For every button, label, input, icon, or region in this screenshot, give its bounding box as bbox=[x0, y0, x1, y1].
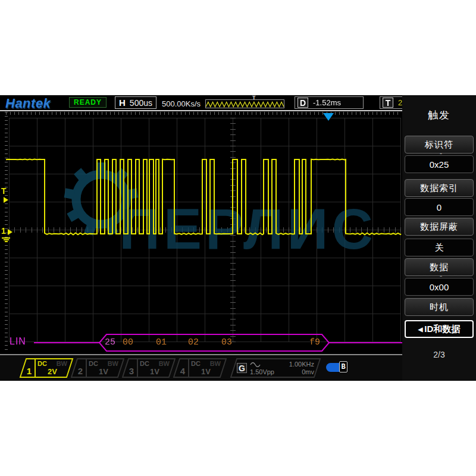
decode-protocol-label: LIN bbox=[10, 336, 26, 347]
trigger-menu-panel: 触发 标识符 0x25 数据索引 0 数据屏蔽 关 数据 0x00 时机 ◀ I… bbox=[402, 95, 476, 381]
volts-per-div: 1V bbox=[89, 367, 118, 376]
menu-value-data-index[interactable]: 0 bbox=[405, 198, 474, 216]
channel-2-badge[interactable]: 2 DCBW 1V bbox=[71, 358, 125, 378]
decode-bus-frame bbox=[0, 95, 402, 381]
menu-value-identifier[interactable]: 0x25 bbox=[405, 155, 474, 173]
menu-title: 触发 bbox=[402, 108, 476, 122]
coupling-label: DC bbox=[140, 360, 149, 367]
delay-box: D -1.52ms bbox=[295, 96, 364, 109]
delay-label: D bbox=[298, 98, 308, 108]
timebase-value: 500us bbox=[130, 98, 152, 108]
channel-1-badge[interactable]: 1 DCBW 2V bbox=[20, 358, 74, 378]
generator-label: G bbox=[237, 363, 247, 373]
channel-number: 3 bbox=[126, 359, 138, 377]
decode-byte-3: 03 bbox=[221, 337, 232, 347]
oscilloscope-screen: ПЕРЛИС T 1 Hantek READY H 500us 500.00Ks… bbox=[0, 95, 476, 381]
menu-button-data-mask[interactable]: 数据屏蔽 bbox=[405, 218, 474, 236]
generator-frequency: 1.00KHz bbox=[289, 361, 314, 368]
bandwidth-label: BW bbox=[57, 360, 67, 367]
data-index-value: 0 bbox=[437, 202, 441, 212]
timing-value: ID和数据 bbox=[424, 324, 460, 335]
volts-per-div: 2V bbox=[37, 367, 67, 376]
menu-page-indicator: 2/3 bbox=[402, 350, 476, 359]
brand-logo: Hantek bbox=[5, 96, 51, 111]
menu-button-identifier[interactable]: 标识符 bbox=[405, 136, 474, 154]
coupling-label: DC bbox=[37, 360, 47, 367]
bandwidth-label: BW bbox=[108, 360, 118, 367]
decode-id-value: 25 bbox=[105, 337, 115, 347]
channel-number: 2 bbox=[75, 359, 87, 377]
menu-value-data-mask[interactable]: 关 bbox=[405, 239, 474, 256]
decode-byte-1: 01 bbox=[156, 337, 167, 347]
bandwidth-label: BW bbox=[210, 360, 221, 367]
menu-button-timing[interactable]: 时机 bbox=[405, 298, 474, 316]
identifier-value: 0x25 bbox=[430, 159, 449, 170]
channel-3-badge[interactable]: 3 DCBW 1V bbox=[122, 358, 176, 378]
menu-value-data[interactable]: 0x00 bbox=[405, 278, 474, 296]
timebase-label: H bbox=[119, 98, 126, 108]
delay-value: -1.52ms bbox=[313, 98, 341, 107]
bandwidth-label: BW bbox=[159, 360, 170, 367]
status-bar: Hantek READY H 500us 500.00Ks/s T D -1.5… bbox=[0, 95, 402, 111]
data-mask-value: 关 bbox=[435, 242, 444, 253]
usb-device-icon bbox=[326, 363, 340, 372]
acquisition-status-badge: READY bbox=[69, 97, 107, 108]
preview-trigger-marker: T bbox=[252, 95, 256, 101]
coupling-label: DC bbox=[89, 360, 98, 367]
sample-rate: 500.00Ks/s bbox=[162, 99, 201, 108]
menu-button-data[interactable]: 数据 bbox=[405, 258, 474, 276]
generator-amplitude: 1.50Vpp bbox=[250, 368, 274, 376]
decode-byte-2: 02 bbox=[188, 337, 199, 347]
menu-button-data-index[interactable]: 数据索引 bbox=[405, 179, 474, 197]
data-value: 0x00 bbox=[430, 282, 449, 292]
left-arrow-icon: ◀ bbox=[418, 326, 423, 333]
menu-value-timing[interactable]: ◀ ID和数据 bbox=[405, 320, 474, 338]
volts-per-div: 1V bbox=[191, 367, 221, 376]
waveform-preview-strip[interactable] bbox=[205, 99, 284, 108]
topbar-separator bbox=[0, 110, 402, 111]
decode-checksum: f9 bbox=[309, 337, 320, 347]
timebase-box: H 500us bbox=[115, 96, 156, 109]
generator-badge[interactable]: G 1.00KHz 1.50Vpp 0mv bbox=[230, 358, 321, 378]
channel-4-badge[interactable]: 4 DCBW 1V bbox=[173, 358, 227, 378]
coupling-label: DC bbox=[191, 360, 201, 367]
usb-indicator: B bbox=[339, 361, 347, 372]
channel-number: 4 bbox=[177, 359, 189, 377]
decode-byte-0: 00 bbox=[123, 337, 133, 347]
volts-per-div: 1V bbox=[140, 367, 170, 376]
channel-number: 1 bbox=[24, 359, 36, 377]
sine-icon bbox=[250, 362, 261, 367]
trigger-label: T bbox=[383, 98, 393, 108]
generator-offset: 0mv bbox=[302, 368, 314, 376]
